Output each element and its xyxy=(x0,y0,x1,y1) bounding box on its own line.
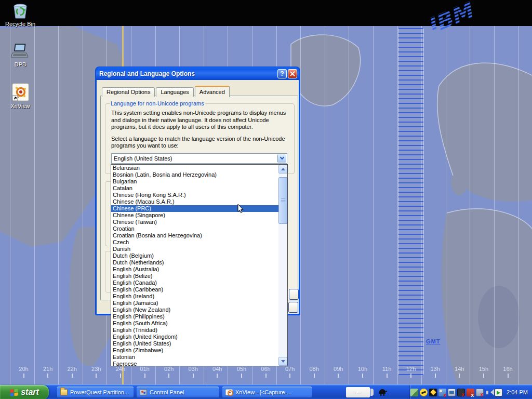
language-option[interactable]: Estonian xyxy=(111,354,278,361)
language-option[interactable]: English (Ireland) xyxy=(111,293,278,300)
timezone-hour-label: 23h xyxy=(87,366,105,378)
tick-mark xyxy=(362,374,363,378)
language-option[interactable]: Chinese (Macau S.A.R.) xyxy=(111,198,278,205)
tick-mark xyxy=(387,374,388,378)
network-computers-icon[interactable] xyxy=(448,389,456,396)
combobox-value: English (United States) xyxy=(114,155,172,162)
language-option[interactable]: English (South Africa) xyxy=(111,320,278,327)
timezone-hour-label: 13h xyxy=(427,366,444,378)
desktop-icon-dpb[interactable]: DPB xyxy=(3,43,37,68)
language-option[interactable]: Bosnian (Latin, Bosnia and Herzegovina) xyxy=(111,171,278,178)
connection-error-icon[interactable] xyxy=(467,389,474,396)
tick-mark xyxy=(314,374,315,378)
dropdown-scrollbar[interactable] xyxy=(278,165,287,366)
language-option[interactable]: Dutch (Belgium) xyxy=(111,252,278,259)
language-option[interactable]: English (Caribbean) xyxy=(111,286,278,293)
language-option[interactable]: Croatian xyxy=(111,225,278,232)
tick-mark xyxy=(410,374,411,378)
language-option[interactable]: English (Canada) xyxy=(111,280,278,286)
phone-icon[interactable] xyxy=(420,389,428,396)
volume-icon[interactable] xyxy=(485,389,493,396)
scroll-up-button[interactable] xyxy=(278,165,287,174)
language-option[interactable]: English (New Zealand) xyxy=(111,307,278,313)
xnview-icon xyxy=(11,83,30,102)
timezone-hour-label: 07h xyxy=(281,366,299,378)
tab-languages[interactable]: Languages xyxy=(156,87,193,97)
language-option[interactable]: Chinese (PRC) xyxy=(111,205,278,212)
offline-users-icon[interactable] xyxy=(438,389,446,396)
language-option[interactable]: English (Philippines) xyxy=(111,313,278,320)
tick-mark xyxy=(120,374,121,378)
desktop-icon-xnview[interactable]: XnView xyxy=(3,83,37,109)
chevron-down-icon xyxy=(280,155,284,159)
language-option[interactable]: English (Trinidad) xyxy=(111,327,278,334)
language-option[interactable]: English (Belize) xyxy=(111,273,278,280)
laptop-icon xyxy=(10,43,30,60)
language-option[interactable]: Danish xyxy=(111,246,278,252)
tick-mark xyxy=(168,374,169,378)
tick-mark xyxy=(47,374,48,378)
thumb-grip xyxy=(281,198,285,203)
combobox-dropdown-button[interactable] xyxy=(277,154,286,163)
tab-advanced[interactable]: Advanced xyxy=(195,86,230,97)
arrow-up-icon xyxy=(281,166,285,170)
language-option[interactable]: Faeroese xyxy=(111,361,278,366)
display-icon[interactable] xyxy=(495,389,502,396)
scrollbar-track[interactable] xyxy=(278,174,287,357)
folder-icon xyxy=(60,389,68,395)
tick-mark xyxy=(241,374,242,378)
taskbar-toolbar-box[interactable]: --- xyxy=(346,387,370,397)
desktop-icon-recycle-bin[interactable]: Recycle Bin xyxy=(3,2,37,27)
language-option[interactable]: Catalan xyxy=(111,185,278,192)
taskbar-button[interactable]: XnView - [<Capture-... xyxy=(222,387,312,398)
language-option[interactable]: Czech xyxy=(111,239,278,246)
language-option[interactable]: Croatian (Bosnia and Herzegovina) xyxy=(111,232,278,239)
language-option[interactable]: Dutch (Netherlands) xyxy=(111,259,278,266)
language-option[interactable]: Bulgarian xyxy=(111,178,278,185)
timezone-hour-label: 22h xyxy=(63,366,81,378)
timezone-hour-label: 24h xyxy=(112,366,129,378)
scrollbar-thumb[interactable] xyxy=(278,177,287,224)
taskbar-clock[interactable]: 2:04 PM xyxy=(507,389,528,395)
gmt-meridian-band xyxy=(398,28,424,375)
windows-logo-icon xyxy=(10,389,18,396)
desktop-icon-label: XnView xyxy=(3,103,37,109)
mouse-cursor xyxy=(237,204,245,214)
language-combobox[interactable]: English (United States) xyxy=(111,153,287,164)
timezone-hour-label: 03h xyxy=(184,366,202,378)
stylus-icon[interactable] xyxy=(410,389,418,396)
dialog-titlebar[interactable]: Regional and Language Options ? xyxy=(96,68,299,80)
tick-mark xyxy=(72,374,73,378)
taskbar-button[interactable]: PowerQuest Partition... xyxy=(57,387,134,398)
language-option[interactable]: English (Jamaica) xyxy=(111,300,278,307)
dialog-button-fragment[interactable] xyxy=(288,302,298,313)
start-button[interactable]: start xyxy=(0,385,49,399)
close-button[interactable] xyxy=(288,69,297,78)
scroll-down-button[interactable] xyxy=(278,357,287,366)
tv-capture-icon[interactable] xyxy=(457,389,465,396)
timezone-hour-label: 20h xyxy=(15,366,33,378)
wallpaper-top-strip: IBM xyxy=(0,0,532,26)
language-option[interactable]: Chinese (Singapore) xyxy=(111,212,278,219)
language-option[interactable]: Chinese (Taiwan) xyxy=(111,219,278,225)
ac-power-plug-icon xyxy=(378,388,387,396)
language-option[interactable]: English (United States) xyxy=(111,340,278,347)
timezone-hour-label: 12h xyxy=(402,366,420,378)
taskbar-button[interactable]: Control Panel xyxy=(137,387,219,398)
timezone-hour-label: 01h xyxy=(136,366,154,378)
tick-mark xyxy=(193,374,194,378)
language-option[interactable]: English (United Kingdom) xyxy=(111,334,278,340)
language-option[interactable]: English (Australia) xyxy=(111,266,278,273)
help-button[interactable]: ? xyxy=(277,69,287,78)
language-option[interactable]: English (Zimbabwe) xyxy=(111,347,278,354)
tab-regional-options[interactable]: Regional Options xyxy=(102,87,155,97)
antivirus-icon[interactable] xyxy=(429,389,437,396)
tick-mark xyxy=(265,374,267,378)
timezone-hour-label: 09h xyxy=(329,366,347,378)
language-option[interactable]: Belarusian xyxy=(111,165,278,171)
system-tray: 2:04 PM xyxy=(410,385,532,399)
language-option[interactable]: Chinese (Hong Kong S.A.R.) xyxy=(111,192,278,198)
xnview-icon xyxy=(225,389,233,395)
dialog-button-fragment[interactable] xyxy=(289,289,299,300)
network-offline-icon[interactable] xyxy=(476,389,484,396)
